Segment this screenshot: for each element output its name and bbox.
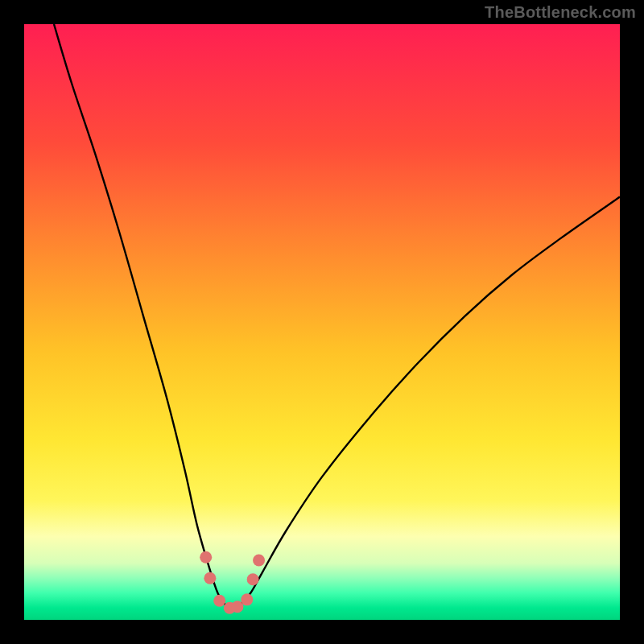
chart-frame: TheBottleneck.com xyxy=(0,0,644,644)
marker-dot xyxy=(247,573,259,585)
bottleneck-chart xyxy=(24,24,620,620)
marker-dot xyxy=(231,601,243,613)
marker-dot xyxy=(213,595,225,607)
marker-dot xyxy=(200,551,212,564)
marker-dot xyxy=(253,555,265,567)
marker-dot xyxy=(241,593,253,605)
watermark-text: TheBottleneck.com xyxy=(485,3,636,22)
marker-dot xyxy=(204,572,216,584)
gradient-background xyxy=(24,24,620,620)
